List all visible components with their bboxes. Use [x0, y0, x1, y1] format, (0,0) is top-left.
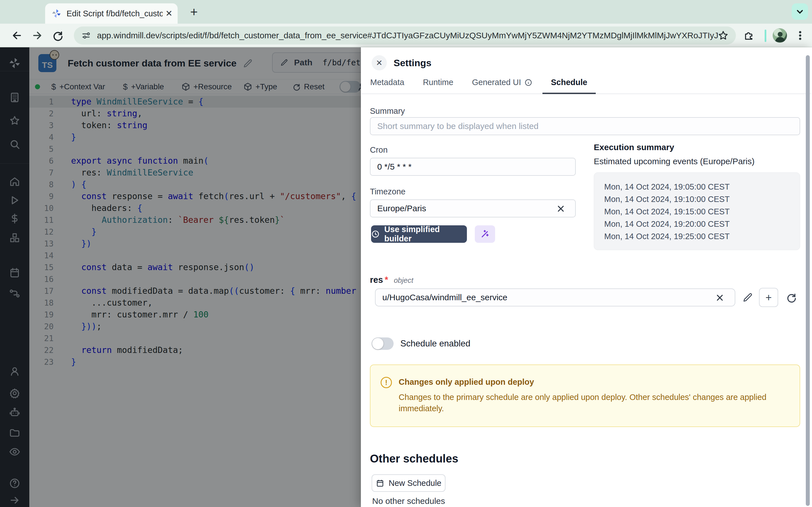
profile-avatar[interactable]: [772, 28, 787, 43]
tab-title: Edit Script f/bd/fetch_custom: [66, 9, 163, 18]
execution-summary-subtitle: Estimated upcoming events (Europe/Paris): [594, 157, 755, 166]
close-settings-button[interactable]: ✕: [371, 55, 387, 70]
execution-summary-title: Execution summary: [594, 143, 674, 152]
new-schedule-label: New Schedule: [389, 478, 442, 488]
ai-cron-button[interactable]: [475, 225, 495, 243]
arg-header: res * object: [370, 275, 413, 285]
avatar-photo: [773, 29, 787, 43]
other-schedules-title: Other schedules: [370, 452, 458, 465]
browser-tab[interactable]: Edit Script f/bd/fetch_custom ✕: [45, 3, 177, 24]
back-icon: [11, 30, 23, 41]
timezone-input[interactable]: [370, 200, 576, 217]
tab-metadata[interactable]: Metadata: [362, 78, 413, 94]
resource-input[interactable]: [375, 288, 735, 306]
cron-input[interactable]: [370, 158, 576, 176]
schedule-enabled-label: Schedule enabled: [400, 339, 470, 349]
arg-name: res: [370, 275, 383, 285]
execution-event: Mon, 14 Oct 2024, 19:10:00 CEST: [604, 193, 800, 205]
puzzle-icon: [743, 30, 755, 41]
tab-close-icon[interactable]: ✕: [165, 9, 172, 18]
windmill-favicon: [51, 8, 61, 18]
execution-event: Mon, 14 Oct 2024, 19:25:00 CEST: [604, 230, 800, 242]
tab-schedule[interactable]: Schedule: [543, 78, 596, 94]
summary-label: Summary: [370, 107, 405, 116]
drawer-scrollbar[interactable]: [806, 55, 810, 506]
bookmark-star-icon[interactable]: [718, 30, 728, 41]
refresh-resource-icon[interactable]: [785, 292, 797, 303]
schedule-enabled-toggle[interactable]: [371, 337, 394, 350]
app-page: TS Fetch customer data from EE service P…: [0, 47, 812, 507]
no-other-schedules-text: No other schedules: [372, 496, 445, 506]
summary-input[interactable]: [370, 117, 800, 135]
close-icon: ✕: [376, 58, 382, 68]
plus-icon: +: [765, 291, 772, 304]
browser-menu-button[interactable]: [793, 28, 808, 43]
chevron-down-icon: [795, 7, 805, 16]
builder-button-label: Use simplified builder: [384, 225, 467, 243]
execution-event: Mon, 14 Oct 2024, 19:05:00 CEST: [604, 180, 800, 193]
add-resource-value-button[interactable]: +: [759, 288, 778, 307]
settings-tabs: MetadataRuntimeGenerated UISchedule: [362, 78, 811, 94]
execution-events: Mon, 14 Oct 2024, 19:05:00 CESTMon, 14 O…: [594, 172, 800, 250]
use-simplified-builder-button[interactable]: Use simplified builder: [371, 225, 467, 243]
back-button[interactable]: [10, 28, 24, 43]
info-icon: [524, 78, 532, 87]
site-settings-icon: [81, 31, 91, 40]
extensions-button[interactable]: [742, 28, 756, 43]
browser-navbar: app.windmill.dev/scripts/edit/f/bd/fetch…: [0, 24, 812, 47]
execution-event: Mon, 14 Oct 2024, 19:20:00 CEST: [604, 218, 800, 230]
window-chevron-button[interactable]: [792, 3, 808, 20]
drawer-backdrop[interactable]: [0, 47, 361, 507]
new-tab-button[interactable]: +: [186, 4, 202, 20]
tab-runtime[interactable]: Runtime: [414, 78, 462, 94]
clock-icon: [371, 230, 380, 238]
forward-icon: [31, 30, 43, 41]
clear-resource-icon[interactable]: [716, 293, 724, 302]
calendar-icon: [376, 479, 384, 487]
cron-label: Cron: [370, 145, 388, 155]
execution-event: Mon, 14 Oct 2024, 19:15:00 CEST: [604, 205, 800, 218]
settings-title: Settings: [394, 57, 432, 68]
tab-generated-ui[interactable]: Generated UI: [463, 78, 541, 94]
clear-timezone-icon[interactable]: [557, 205, 565, 213]
reload-button[interactable]: [50, 28, 65, 43]
forward-button[interactable]: [30, 28, 45, 43]
reload-icon: [52, 30, 63, 41]
magic-wand-icon: [480, 229, 490, 239]
kebab-menu-icon: [795, 30, 806, 41]
deploy-warning-banner: ! Changes only applied upon deploy Chang…: [370, 364, 800, 427]
url-text[interactable]: app.windmill.dev/scripts/edit/f/bd/fetch…: [97, 31, 718, 40]
toolbar-separator: [765, 30, 766, 42]
edit-resource-icon[interactable]: [742, 292, 753, 303]
settings-drawer: ✕ Settings MetadataRuntimeGenerated UISc…: [361, 47, 812, 507]
new-schedule-button[interactable]: New Schedule: [371, 474, 446, 492]
warning-title: Changes only applied upon deploy: [399, 378, 534, 387]
warning-body: Changes to the primary schedule are only…: [399, 392, 794, 414]
alert-circle-icon: !: [380, 377, 392, 388]
arg-type: object: [394, 276, 413, 285]
browser-titlebar: Edit Script f/bd/fetch_custom ✕ +: [0, 0, 812, 24]
timezone-label: Timezone: [370, 187, 405, 196]
url-bar[interactable]: app.windmill.dev/scripts/edit/f/bd/fetch…: [74, 26, 736, 45]
required-mark: *: [385, 275, 388, 285]
